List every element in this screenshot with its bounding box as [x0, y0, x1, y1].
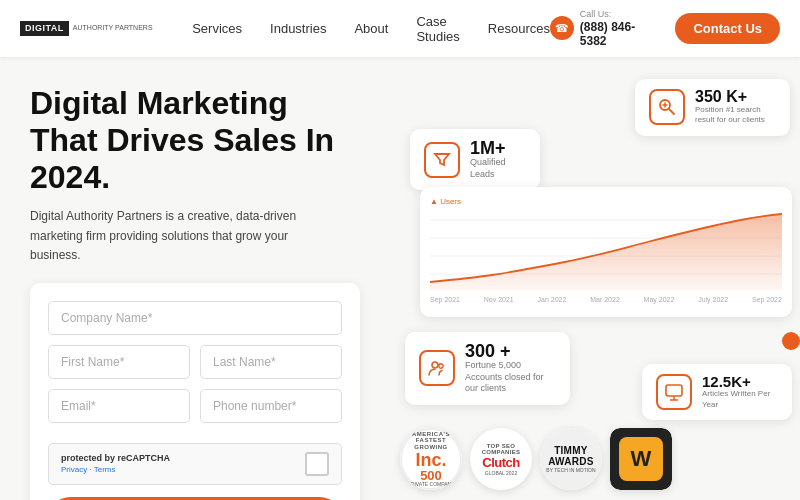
- clutch-top-label: TOP SEOCOMPANIES: [482, 443, 521, 455]
- hero-description: Digital Authority Partners is a creative…: [30, 207, 330, 265]
- stat-card-300: 300 + Fortune 5,000 Accounts closed for …: [405, 332, 570, 405]
- nav-case-studies[interactable]: Case Studies: [416, 14, 459, 44]
- websomething-inner: W: [610, 428, 672, 490]
- inc500-sub-number: 500: [420, 469, 442, 482]
- call-label: Call Us:: [580, 9, 662, 20]
- clutch-logo: Clutch: [482, 455, 519, 470]
- stat-card-350k: 350 K+ Position #1 search result for our…: [635, 79, 790, 136]
- phone-input[interactable]: [200, 389, 342, 423]
- chart-label-5: July 2022: [698, 296, 728, 303]
- call-text: Call Us: (888) 846-5382: [580, 9, 662, 49]
- chart-x-labels: Sep 2021 Nov 2021 Jan 2022 Mar 2022 May …: [430, 296, 782, 303]
- stat-125k-label: Articles Written Per Year: [702, 389, 778, 410]
- stat-350k-number: 350 K+: [695, 89, 776, 105]
- clutch-badge: TOP SEOCOMPANIES Clutch GLOBAL 2022: [470, 428, 532, 490]
- contact-row: [48, 389, 342, 433]
- funnel-icon: [424, 142, 460, 178]
- svg-point-8: [432, 362, 438, 368]
- hero-title: Digital Marketing That Drives Sales In 2…: [30, 85, 360, 195]
- awards-row: AMERICA'S FASTESTGROWING Inc. 500 PRIVAT…: [400, 428, 792, 490]
- timmy-label: TIMMYAWARDS: [548, 445, 594, 467]
- websomething-letter: W: [631, 446, 652, 472]
- contact-button[interactable]: Contact Us: [675, 13, 780, 44]
- logo-text: DIGITAL: [20, 21, 69, 37]
- left-panel: Digital Marketing That Drives Sales In 2…: [0, 57, 390, 500]
- phone-icon: ☎: [550, 16, 574, 40]
- inc500-number: Inc.: [415, 451, 446, 469]
- orange-dot-decoration: [782, 332, 800, 350]
- stat-1m-label: Qualified Leads: [470, 157, 526, 180]
- stat-300-number: 300 +: [465, 342, 556, 360]
- websomething-logo: W: [619, 437, 663, 481]
- stat-300-info: 300 + Fortune 5,000 Accounts closed for …: [465, 342, 556, 395]
- recaptcha-links[interactable]: Privacy · Terms: [61, 465, 295, 475]
- timmy-inner: TIMMYAWARDS BY TECH IN MOTION: [540, 428, 602, 490]
- stat-125k-info: 12.5K+ Articles Written Per Year: [702, 374, 778, 410]
- recaptcha-protected: protected by reCAPTCHA: [61, 453, 295, 465]
- main-content: Digital Marketing That Drives Sales In 2…: [0, 57, 800, 500]
- stat-350k-info: 350 K+ Position #1 search result for our…: [695, 89, 776, 126]
- stat-card-125k: 12.5K+ Articles Written Per Year: [642, 364, 792, 420]
- stat-300-label: Fortune 5,000 Accounts closed for our cl…: [465, 360, 556, 395]
- chart-label-4: May 2022: [644, 296, 675, 303]
- right-panel: 350 K+ Position #1 search result for our…: [390, 57, 800, 500]
- recaptcha-text: protected by reCAPTCHA Privacy · Terms: [61, 453, 295, 475]
- websomething-badge: W: [610, 428, 672, 490]
- people-icon: [419, 350, 455, 386]
- stat-350k-label: Position #1 search result for our client…: [695, 105, 776, 126]
- svg-point-9: [439, 364, 443, 368]
- nav-right: ☎ Call Us: (888) 846-5382 Contact Us: [550, 9, 780, 49]
- chart-legend: ▲ Users: [430, 197, 782, 206]
- chart-card: ▲ Users Sep 2021: [420, 187, 792, 317]
- line-chart: [430, 210, 782, 290]
- nav-services[interactable]: Services: [192, 21, 242, 36]
- stat-125k-number: 12.5K+: [702, 374, 778, 389]
- call-area: ☎ Call Us: (888) 846-5382: [550, 9, 661, 49]
- monitor-icon: [656, 374, 692, 410]
- stat-1m-info: 1M+ Qualified Leads: [470, 139, 526, 180]
- chart-label-6: Sep 2022: [752, 296, 782, 303]
- svg-rect-10: [666, 385, 682, 396]
- email-input[interactable]: [48, 389, 190, 423]
- chart-label-2: Jan 2022: [538, 296, 567, 303]
- stat-1m-number: 1M+: [470, 139, 526, 157]
- chart-label-1: Nov 2021: [484, 296, 514, 303]
- inc500-inner: AMERICA'S FASTESTGROWING Inc. 500 PRIVAT…: [400, 428, 462, 490]
- logo[interactable]: DIGITAL AUTHORITY PARTNERS: [20, 21, 152, 37]
- clutch-inner: TOP SEOCOMPANIES Clutch GLOBAL 2022: [476, 437, 527, 482]
- name-row: [48, 345, 342, 389]
- timmy-badge: TIMMYAWARDS BY TECH IN MOTION: [540, 428, 602, 490]
- inc500-top-label: AMERICA'S FASTESTGROWING: [402, 431, 460, 451]
- chart-label-3: Mar 2022: [590, 296, 620, 303]
- recaptcha-widget: protected by reCAPTCHA Privacy · Terms: [48, 443, 342, 485]
- stat-card-1m: 1M+ Qualified Leads: [410, 129, 540, 190]
- call-number: (888) 846-5382: [580, 20, 662, 49]
- search-icon: [649, 89, 685, 125]
- chart-label-0: Sep 2021: [430, 296, 460, 303]
- inc500-sub-label: PRIVATE COMPANY: [408, 482, 455, 488]
- nav-about[interactable]: About: [354, 21, 388, 36]
- contact-form: protected by reCAPTCHA Privacy · Terms G…: [30, 283, 360, 500]
- nav-resources[interactable]: Resources: [488, 21, 550, 36]
- svg-line-1: [669, 109, 674, 114]
- logo-sub: AUTHORITY PARTNERS: [73, 24, 153, 32]
- timmy-sub: BY TECH IN MOTION: [546, 467, 595, 473]
- nav-industries[interactable]: Industries: [270, 21, 326, 36]
- clutch-sub-label: GLOBAL 2022: [485, 470, 517, 476]
- company-name-input[interactable]: [48, 301, 342, 335]
- first-name-input[interactable]: [48, 345, 190, 379]
- recaptcha-checkbox[interactable]: [305, 452, 329, 476]
- navbar: DIGITAL AUTHORITY PARTNERS Services Indu…: [0, 0, 800, 57]
- nav-links: Services Industries About Case Studies R…: [192, 14, 550, 44]
- inc500-badge: AMERICA'S FASTESTGROWING Inc. 500 PRIVAT…: [400, 428, 462, 490]
- last-name-input[interactable]: [200, 345, 342, 379]
